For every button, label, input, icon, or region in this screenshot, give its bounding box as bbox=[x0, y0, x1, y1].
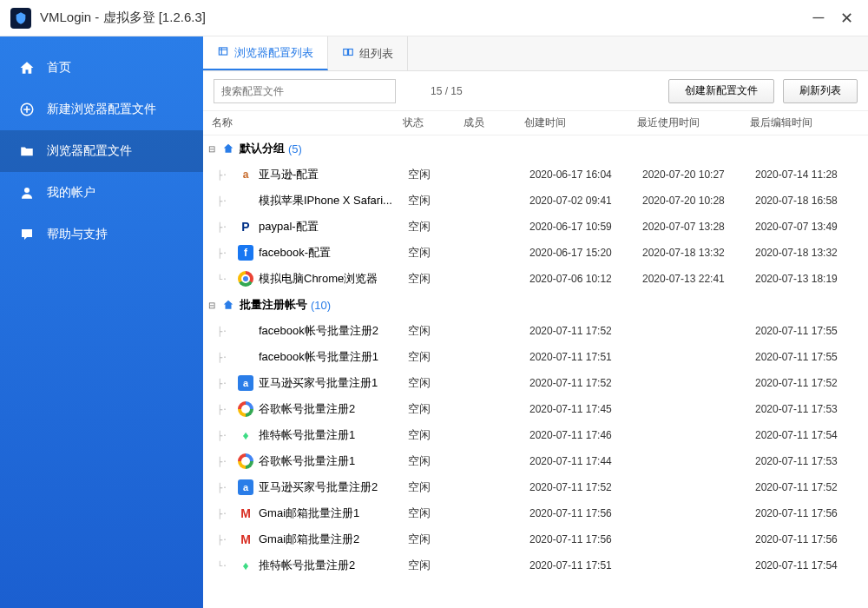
android-icon: ♦ bbox=[238, 427, 253, 443]
amazon-icon: a bbox=[238, 167, 253, 182]
tree-branch-icon: ├· bbox=[212, 248, 238, 258]
profile-row[interactable]: └·模拟电脑Chrome浏览器空闲2020-07-06 10:122020-07… bbox=[203, 266, 868, 292]
profile-lastuse: 2020-07-13 22:41 bbox=[642, 273, 755, 285]
tabs: 浏览器配置列表组列表 bbox=[203, 36, 868, 71]
profile-created: 2020-07-11 17:52 bbox=[529, 325, 642, 337]
group-count: (10) bbox=[311, 299, 331, 312]
group-count: (5) bbox=[288, 142, 302, 155]
folder-icon bbox=[19, 143, 35, 159]
profile-created: 2020-07-02 09:41 bbox=[529, 195, 642, 207]
profile-lastedit: 2020-07-07 13:49 bbox=[755, 221, 868, 233]
col-status[interactable]: 状态 bbox=[403, 116, 464, 130]
profile-name: 亚马逊买家号批量注册2 bbox=[259, 479, 408, 495]
profile-status: 空闲 bbox=[408, 167, 469, 182]
group-row[interactable]: ⊟批量注册帐号(10) bbox=[203, 292, 868, 318]
tree-branch-icon: └· bbox=[212, 561, 238, 571]
profile-lastuse: 2020-07-20 10:27 bbox=[642, 169, 755, 181]
profile-name: facebook-配置 bbox=[259, 245, 408, 261]
android-icon: ♦ bbox=[238, 558, 253, 573]
col-member[interactable]: 成员 bbox=[464, 116, 524, 130]
minimize-button[interactable]: ─ bbox=[807, 7, 830, 30]
account-icon bbox=[19, 185, 35, 201]
col-lastedit[interactable]: 最后编辑时间 bbox=[750, 116, 863, 130]
profile-created: 2020-07-11 17:46 bbox=[529, 429, 642, 441]
apple-icon bbox=[238, 323, 253, 339]
profile-row[interactable]: ├·facebook帐号批量注册2空闲2020-07-11 17:522020-… bbox=[203, 318, 868, 344]
collapse-icon[interactable]: ⊟ bbox=[208, 144, 220, 154]
profile-status: 空闲 bbox=[408, 532, 469, 547]
profile-name: 谷歌帐号批量注册1 bbox=[259, 453, 408, 469]
google-icon bbox=[238, 453, 253, 469]
svg-rect-4 bbox=[349, 50, 353, 56]
svg-point-1 bbox=[24, 188, 30, 193]
profile-status: 空闲 bbox=[408, 193, 469, 208]
count-text: 15 / 15 bbox=[431, 85, 463, 97]
profile-row[interactable]: ├·a亚马逊买家号批量注册1空闲2020-07-11 17:522020-07-… bbox=[203, 370, 868, 396]
profile-lastedit: 2020-07-11 17:53 bbox=[755, 455, 868, 467]
profile-row[interactable]: ├·Ppaypal-配置空闲2020-06-17 10:592020-07-07… bbox=[203, 214, 868, 240]
search-input[interactable] bbox=[214, 79, 396, 103]
profile-status: 空闲 bbox=[408, 558, 469, 573]
titlebar: VMLogin - 虚拟多登 [1.2.6.3] ─ ✕ bbox=[0, 0, 868, 36]
profile-lastedit: 2020-07-11 17:55 bbox=[755, 351, 868, 363]
profile-row[interactable]: ├·谷歌帐号批量注册2空闲2020-07-11 17:452020-07-11 … bbox=[203, 396, 868, 422]
tree-branch-icon: ├· bbox=[212, 405, 238, 414]
profile-row[interactable]: ├·MGmai邮箱批量注册2空闲2020-07-11 17:562020-07-… bbox=[203, 526, 868, 552]
profile-lastuse: 2020-07-20 10:28 bbox=[642, 195, 755, 207]
profile-row[interactable]: ├·a亚马逊-配置空闲2020-06-17 16:042020-07-20 10… bbox=[203, 162, 868, 188]
profile-lastuse: 2020-07-07 13:28 bbox=[642, 221, 755, 233]
sidebar-item-0[interactable]: 首页 bbox=[0, 47, 203, 89]
profile-status: 空闲 bbox=[408, 219, 469, 235]
profile-row[interactable]: ├·MGmai邮箱批量注册1空闲2020-07-11 17:562020-07-… bbox=[203, 500, 868, 526]
profile-status: 空闲 bbox=[408, 349, 469, 365]
close-button[interactable]: ✕ bbox=[835, 7, 858, 30]
profile-name: 模拟苹果IPhone X Safari... bbox=[259, 193, 408, 208]
amazon-box-icon: a bbox=[238, 375, 253, 391]
group-row[interactable]: ⊟默认分组(5) bbox=[203, 135, 868, 162]
col-lastuse[interactable]: 最近使用时间 bbox=[637, 116, 750, 130]
profile-row[interactable]: ├·♦推特帐号批量注册1空闲2020-07-11 17:462020-07-11… bbox=[203, 422, 868, 448]
create-profile-button[interactable]: 创建新配置文件 bbox=[668, 79, 774, 103]
tab-0[interactable]: 浏览器配置列表 bbox=[203, 36, 328, 70]
sidebar-item-label: 新建浏览器配置文件 bbox=[47, 102, 156, 117]
gmail-icon: M bbox=[238, 532, 253, 547]
facebook-icon: f bbox=[238, 245, 253, 261]
tree-branch-icon: ├· bbox=[212, 222, 238, 232]
col-created[interactable]: 创建时间 bbox=[524, 116, 637, 130]
chrome-icon bbox=[238, 271, 253, 287]
col-name[interactable]: 名称 bbox=[212, 116, 403, 130]
profile-created: 2020-07-11 17:52 bbox=[529, 481, 642, 493]
profile-status: 空闲 bbox=[408, 453, 469, 469]
sidebar-item-1[interactable]: 新建浏览器配置文件 bbox=[0, 89, 203, 130]
home-small-icon bbox=[220, 299, 236, 311]
profile-status: 空闲 bbox=[408, 506, 469, 521]
sidebar-item-2[interactable]: 浏览器配置文件 bbox=[0, 130, 203, 172]
profile-lastedit: 2020-07-11 17:52 bbox=[755, 377, 868, 389]
svg-rect-3 bbox=[344, 50, 348, 56]
profile-status: 空闲 bbox=[408, 245, 469, 261]
profile-row[interactable]: ├·ffacebook-配置空闲2020-06-17 15:202020-07-… bbox=[203, 240, 868, 266]
google-icon bbox=[238, 401, 253, 417]
profile-created: 2020-07-06 10:12 bbox=[529, 273, 642, 285]
paypal-icon: P bbox=[238, 219, 253, 235]
profile-lastedit: 2020-07-13 18:19 bbox=[755, 273, 868, 285]
profile-lastedit: 2020-07-11 17:55 bbox=[755, 325, 868, 337]
profile-name: 模拟电脑Chrome浏览器 bbox=[259, 271, 408, 287]
profile-created: 2020-07-11 17:56 bbox=[529, 533, 642, 545]
sidebar-item-4[interactable]: 帮助与支持 bbox=[0, 214, 203, 255]
profile-row[interactable]: ├·a亚马逊买家号批量注册2空闲2020-07-11 17:522020-07-… bbox=[203, 474, 868, 500]
profile-status: 空闲 bbox=[408, 401, 469, 417]
home-small-icon bbox=[220, 142, 236, 155]
sidebar-item-label: 帮助与支持 bbox=[47, 227, 108, 242]
profile-name: Gmai邮箱批量注册1 bbox=[259, 506, 408, 521]
sidebar-item-3[interactable]: 我的帐户 bbox=[0, 172, 203, 214]
profile-row[interactable]: ├·facebook帐号批量注册1空闲2020-07-11 17:512020-… bbox=[203, 344, 868, 370]
collapse-icon[interactable]: ⊟ bbox=[208, 301, 220, 310]
profile-row[interactable]: └·♦推特帐号批量注册2空闲2020-07-11 17:512020-07-11… bbox=[203, 552, 868, 578]
tree-branch-icon: ├· bbox=[212, 353, 238, 362]
tab-1[interactable]: 组列表 bbox=[328, 36, 408, 70]
profile-row[interactable]: ├·谷歌帐号批量注册1空闲2020-07-11 17:442020-07-11 … bbox=[203, 448, 868, 474]
refresh-button[interactable]: 刷新列表 bbox=[783, 79, 858, 103]
tab-icon bbox=[342, 46, 354, 61]
profile-row[interactable]: ├·模拟苹果IPhone X Safari...空闲2020-07-02 09:… bbox=[203, 188, 868, 214]
